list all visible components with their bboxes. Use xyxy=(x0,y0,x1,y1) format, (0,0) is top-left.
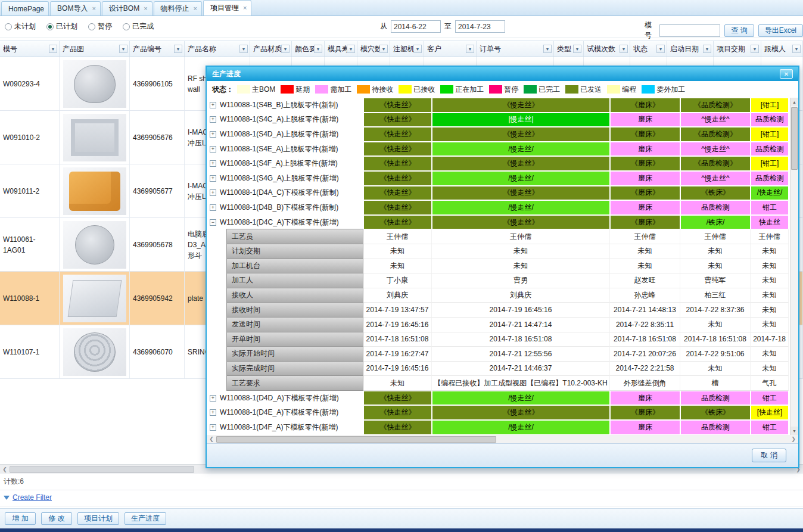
detail-value: 2014-7-22 9:51:06 xyxy=(680,347,751,362)
horizontal-scroll-thumb[interactable] xyxy=(216,436,496,443)
progress-row[interactable]: +W110088-1(D4A_C)下模板零件(新制)《快走丝》《慢走丝》《磨床》… xyxy=(207,186,789,201)
product-image-cell xyxy=(60,57,130,110)
op-status-chip: /慢走丝/ xyxy=(432,201,609,214)
progress-row[interactable]: +W110088-1(S4F_A)上脱板零件(新增)《快走丝》《慢走丝》《磨床》… xyxy=(207,156,789,171)
legend-item: 已接收 xyxy=(399,85,435,95)
op-status-chip: /快走丝/ xyxy=(751,186,788,200)
op-cell: 《慢走丝》 xyxy=(432,98,610,113)
expand-icon[interactable]: + xyxy=(210,409,216,416)
part-name-cell: +W110088-1(S4B_B)上脱板零件(新制) xyxy=(207,98,363,113)
detail-indent xyxy=(207,229,226,244)
part-name-cell: +W110088-1(S4D_A)上脱板零件(新增) xyxy=(207,127,363,142)
expand-icon[interactable]: + xyxy=(210,146,216,153)
part-name-cell: +W110088-1(S4F_A)上脱板零件(新增) xyxy=(207,156,363,171)
expand-icon[interactable]: + xyxy=(210,102,216,108)
expand-icon[interactable]: + xyxy=(210,189,216,196)
op-cell: 钳工 xyxy=(751,391,789,406)
collapse-icon[interactable]: − xyxy=(210,219,216,226)
op-status-chip: 《慢走丝》 xyxy=(432,127,609,141)
op-cell: 《磨床》 xyxy=(610,127,680,142)
detail-label: 发送时间 xyxy=(226,317,363,332)
op-cell: 《慢走丝》 xyxy=(432,127,610,142)
op-status-chip: 《快走丝》 xyxy=(364,201,431,214)
scroll-left-icon[interactable]: ❮ xyxy=(0,466,10,472)
main-scroll-thumb[interactable] xyxy=(10,466,194,473)
vertical-scroll-thumb[interactable] xyxy=(791,107,798,170)
op-status-chip: 《品质检测》 xyxy=(681,157,750,170)
legend-swatch xyxy=(440,85,453,94)
progress-row[interactable]: −W110088-1(D4C_A)下模板零件(新增)《快走丝》《慢走丝》《磨床》… xyxy=(207,215,789,230)
progress-row[interactable]: +W110088-1(S4G_A)上脱板零件(新增)《快走丝》/慢走丝/磨床^慢… xyxy=(207,171,789,186)
progress-row[interactable]: +W110088-1(D4E_A)下模板零件(新增)《快走丝》《慢走丝》《磨床》… xyxy=(207,405,789,420)
scroll-up-icon[interactable]: ▲ xyxy=(790,98,798,106)
op-cell: 钳工 xyxy=(751,200,789,215)
detail-value: 刘典庆 xyxy=(363,288,432,303)
detail-label: 加工机台 xyxy=(226,259,363,274)
op-status-chip: 磨床 xyxy=(611,142,680,156)
expand-icon[interactable]: + xyxy=(210,131,216,138)
mold-no-cell: W091010-2 xyxy=(0,111,60,164)
legend-item-label: 委外加工 xyxy=(656,85,685,95)
progress-row[interactable]: +W110088-1(S4E_A)上脱板零件(新增)《快走丝》/慢走丝/磨床^慢… xyxy=(207,142,789,157)
progress-row[interactable]: +W110088-1(D4D_A)下模板零件(新增)《快走丝》/慢走丝/磨床品质… xyxy=(207,391,789,406)
detail-value: 2014-7-21 14:46:37 xyxy=(432,362,610,377)
production-progress-button[interactable]: 生产进度 xyxy=(125,512,166,525)
detail-value: 王仲儒 xyxy=(610,229,680,244)
dialog-titlebar[interactable]: 生产进度 ✕ xyxy=(207,67,798,81)
op-status-chip: 《快走丝》 xyxy=(364,98,431,112)
op-status-chip: |慢走丝| xyxy=(432,113,609,127)
op-cell: 《铁床》 xyxy=(680,405,751,420)
op-cell: /铁床/ xyxy=(680,215,751,230)
expand-icon[interactable]: + xyxy=(210,160,216,167)
scroll-right-icon[interactable]: ❯ xyxy=(789,436,798,442)
detail-indent xyxy=(207,288,226,303)
detail-value: 未知 xyxy=(751,318,789,332)
cancel-button[interactable]: 取 消 xyxy=(752,449,786,462)
progress-row[interactable]: +W110088-1(D4F_A)下模板零件(新增)《快走丝》/慢走丝/磨床品质… xyxy=(207,420,789,435)
dialog-horizontal-scrollbar[interactable]: ❮ ❯ xyxy=(207,435,798,443)
add-button[interactable]: 增 加 xyxy=(5,512,36,525)
detail-row: 加工机台未知未知未知未知未知 xyxy=(207,259,789,274)
op-cell: 《品质检测》 xyxy=(680,98,751,113)
op-cell: 《快走丝》 xyxy=(363,171,432,186)
expand-icon[interactable]: + xyxy=(210,116,216,123)
detail-row: 计划交期未知未知未知未知未知 xyxy=(207,244,789,259)
part-name-cell: +W110088-1(S4E_A)上脱板零件(新增) xyxy=(207,142,363,157)
dialog-vertical-scrollbar[interactable]: ▲ ▼ xyxy=(790,98,798,435)
progress-row[interactable]: +W110088-1(S4B_B)上脱板零件(新制)《快走丝》《慢走丝》《磨床》… xyxy=(207,98,789,113)
legend-item-label: 已完工 xyxy=(539,85,560,95)
detail-label: 接收人 xyxy=(226,288,363,303)
op-cell: 《品质检测》 xyxy=(680,127,751,142)
expand-icon[interactable]: + xyxy=(210,424,216,431)
op-status-chip: 《品质检测》 xyxy=(681,98,750,112)
expand-icon[interactable]: + xyxy=(210,395,216,402)
legend-item: 暂停 xyxy=(489,85,518,95)
detail-value: 未知 xyxy=(751,244,789,259)
expand-icon[interactable]: + xyxy=(210,204,216,211)
part-name: W110088-1(D4B_B)下模板零件(新制) xyxy=(220,203,338,213)
expand-icon[interactable]: + xyxy=(210,175,216,182)
progress-row[interactable]: +W110088-1(D4B_B)下模板零件(新制)《快走丝》/慢走丝/磨床品质… xyxy=(207,200,789,215)
legend-item-label: 已发送 xyxy=(580,85,602,95)
legend-item: 委外加工 xyxy=(642,85,685,95)
op-cell: 《铁床》 xyxy=(680,186,751,201)
detail-value: 未知 xyxy=(680,244,751,259)
scroll-left-icon[interactable]: ❮ xyxy=(207,436,216,442)
progress-row[interactable]: +W110088-1(S4D_A)上脱板零件(新增)《快走丝》《慢走丝》《磨床》… xyxy=(207,127,789,142)
op-cell: 《快走丝》 xyxy=(363,405,432,420)
op-status-chip: 《快走丝》 xyxy=(364,406,431,419)
op-status-chip: /慢走丝/ xyxy=(432,172,609,185)
detail-value: 2014-7-21 12:55:56 xyxy=(432,347,610,362)
detail-value: 2014-7-22 2:21:58 xyxy=(610,362,680,377)
op-cell: 磨床 xyxy=(610,391,680,406)
dialog-close-button[interactable]: ✕ xyxy=(780,69,793,79)
scroll-down-icon[interactable]: ▼ xyxy=(790,427,798,435)
create-filter-link[interactable]: Create Filter xyxy=(4,493,52,502)
part-name: W110088-1(D4A_C)下模板零件(新制) xyxy=(220,188,339,198)
project-plan-button[interactable]: 项目计划 xyxy=(77,512,119,525)
modify-button[interactable]: 修 改 xyxy=(41,512,72,525)
detail-row: 开单时间2014-7-18 16:51:082014-7-18 16:51:08… xyxy=(207,332,789,347)
detail-value: 2014-7-22 8:37:36 xyxy=(680,303,751,318)
progress-row[interactable]: +W110088-1(S4C_A)上脱板零件(新增)《快走丝》|慢走丝|磨床^慢… xyxy=(207,113,789,127)
op-status-chip: ^慢走丝^ xyxy=(681,142,750,156)
